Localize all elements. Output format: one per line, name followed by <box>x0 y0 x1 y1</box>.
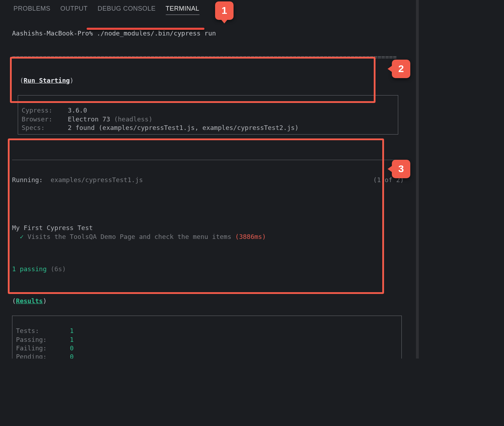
divider <box>12 160 404 160</box>
running-label: Running: <box>12 176 43 184</box>
callout-number: 3 <box>398 163 404 175</box>
value-specs: 2 found (examples/cypressTest1.js, examp… <box>68 124 298 131</box>
suite-title: My First Cypress Test <box>12 224 93 231</box>
callout-number: 2 <box>398 63 404 75</box>
results-heading: Results <box>16 297 43 305</box>
editor-panel: PROBLEMS OUTPUT DEBUG CONSOLE TERMINAL A… <box>0 0 419 359</box>
tab-debug-console[interactable]: DEBUG CONSOLE <box>98 5 156 15</box>
label-specs: Specs: <box>22 124 45 131</box>
test-name: Visits the ToolsQA Demo Page and check t… <box>27 233 231 240</box>
value-pending: 0 <box>70 353 74 359</box>
label-cypress: Cypress: <box>22 106 53 114</box>
label-tests: Tests: <box>16 327 39 334</box>
annotation-callout-1: 1 <box>215 1 234 20</box>
passing-count: 1 passing <box>12 265 47 273</box>
running-row: Running: examples/cypressTest1.js (1 of … <box>12 175 404 185</box>
results-box: Tests: 1 Passing: 1 Failing: 0 Pending: … <box>12 316 402 359</box>
annotation-callout-3: 3 <box>392 160 410 178</box>
test-duration: (3886ms) <box>235 233 266 240</box>
label-passing: Passing: <box>16 336 47 343</box>
value-cypress: 3.6.0 <box>68 106 87 114</box>
tab-problems[interactable]: PROBLEMS <box>13 5 50 15</box>
run-starting-box: Cypress: 3.6.0 Browser: Electron 73 (hea… <box>18 95 398 135</box>
check-icon: ✓ <box>20 233 24 240</box>
passing-time: (6s) <box>50 265 66 273</box>
tab-output[interactable]: OUTPUT <box>60 5 88 15</box>
annotation-underline <box>87 28 204 30</box>
value-failing: 0 <box>70 344 74 352</box>
divider-double: ========================================… <box>12 53 397 61</box>
panel-tabs: PROBLEMS OUTPUT DEBUG CONSOLE TERMINAL <box>0 0 416 17</box>
annotation-callout-2: 2 <box>392 60 410 78</box>
terminal-prompt: Aashishs-MacBook-Pro% <box>12 29 93 37</box>
callout-number: 1 <box>221 5 227 16</box>
terminal-command: ./node_modules/.bin/cypress run <box>97 29 216 37</box>
value-browser: Electron 73 <box>68 115 110 123</box>
right-gutter <box>422 0 504 426</box>
label-pending: Pending: <box>16 353 47 359</box>
tab-terminal[interactable]: TERMINAL <box>166 5 199 15</box>
value-passing: 1 <box>70 336 74 343</box>
terminal-output[interactable]: Aashishs-MacBook-Pro% ./node_modules/.bi… <box>0 17 416 359</box>
label-failing: Failing: <box>16 344 47 352</box>
label-browser: Browser: <box>22 115 53 123</box>
running-spec: examples/cypressTest1.js <box>50 176 143 184</box>
value-browser-note: (headless) <box>114 115 152 123</box>
run-starting-heading: Run Starting <box>24 77 70 84</box>
value-tests: 1 <box>70 327 74 334</box>
